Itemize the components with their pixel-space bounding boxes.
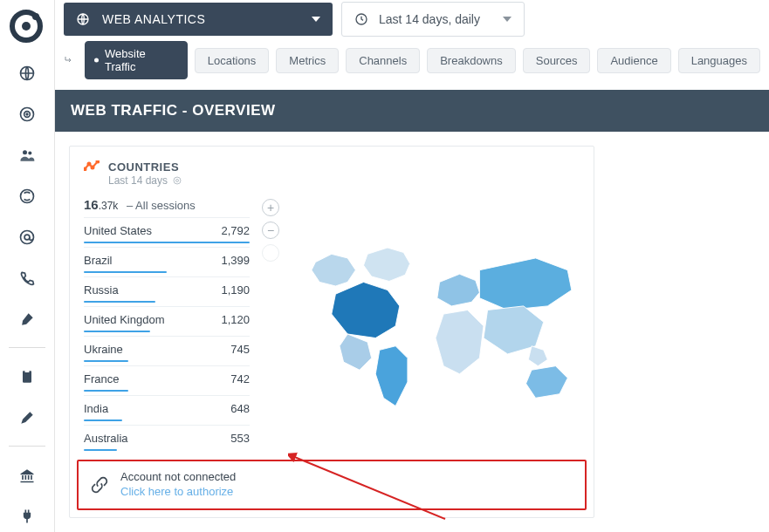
country-row[interactable]: Brazil1,399: [84, 247, 250, 269]
country-name: Brazil: [84, 254, 113, 267]
svg-point-20: [174, 177, 181, 184]
world-map: [292, 197, 580, 454]
total-value: 16.37k: [84, 197, 118, 212]
sidebar-item-bank[interactable]: [9, 459, 45, 491]
country-value: 648: [230, 402, 250, 415]
sidebar-item-people[interactable]: [9, 140, 45, 172]
trend-icon: [84, 160, 100, 171]
sidebar-item-phone[interactable]: [9, 263, 45, 295]
tab-sources[interactable]: Sources: [523, 48, 591, 73]
globe-icon: [76, 12, 90, 26]
collapse-button[interactable]: −: [262, 222, 279, 239]
svg-point-21: [176, 180, 179, 182]
sidebar-item-plug[interactable]: [9, 500, 45, 532]
countries-list: 16.37k – All sessions United States2,792…: [84, 197, 250, 454]
country-bar: [84, 242, 250, 243]
country-row[interactable]: United States2,792: [84, 217, 250, 239]
target-icon: [173, 176, 182, 185]
clock-icon: [354, 12, 368, 26]
svg-point-1: [22, 22, 31, 31]
country-name: Russia: [84, 283, 119, 297]
country-name: Australia: [84, 432, 128, 445]
section-selector[interactable]: WEB ANALYTICS: [64, 3, 333, 36]
svg-point-2: [32, 13, 39, 20]
svg-point-18: [92, 167, 94, 169]
country-name: France: [84, 372, 119, 385]
sidebar-divider: [9, 347, 45, 348]
svg-point-10: [21, 231, 34, 244]
card-subtitle: Last 14 days: [108, 174, 168, 187]
svg-point-7: [23, 150, 27, 154]
svg-rect-13: [25, 370, 30, 372]
subnav-indent-icon: [64, 54, 74, 66]
link-icon: [91, 476, 108, 494]
country-bar: [84, 301, 155, 303]
country-name: United Kingdom: [84, 313, 165, 326]
authorize-link[interactable]: Click here to authorize: [120, 485, 236, 500]
tab-audience[interactable]: Audience: [597, 48, 670, 73]
sidebar-item-radar[interactable]: [9, 99, 45, 131]
total-label: – All sessions: [123, 199, 195, 212]
countries-card: COUNTRIES Last 14 days 16.37k – All sess…: [69, 146, 594, 518]
country-value: 745: [230, 343, 250, 356]
tab-website-traffic[interactable]: Website Traffic: [85, 41, 188, 79]
country-row[interactable]: Ukraine745: [84, 336, 250, 358]
country-name: United States: [84, 224, 152, 237]
chevron-down-icon: [312, 17, 320, 22]
sidebar-item-globe[interactable]: [9, 58, 45, 90]
country-value: 1,190: [221, 283, 250, 297]
list-controls: + −: [262, 199, 279, 454]
svg-point-19: [97, 160, 100, 163]
sidebar-item-clipboard[interactable]: [9, 360, 45, 392]
chevron-down-icon: [503, 17, 512, 22]
app-logo: [9, 9, 44, 44]
sidebar-item-at[interactable]: [9, 222, 45, 254]
country-bar: [84, 419, 122, 421]
tab-breakdowns[interactable]: Breakdowns: [427, 48, 516, 73]
sidebar-item-brush[interactable]: [9, 304, 45, 336]
country-row[interactable]: India648: [84, 395, 250, 417]
country-bar: [84, 390, 128, 392]
country-value: 742: [230, 372, 250, 385]
svg-point-6: [26, 114, 28, 116]
country-value: 553: [230, 432, 250, 445]
more-button[interactable]: [262, 244, 279, 262]
svg-rect-12: [23, 371, 31, 382]
page-title: WEB TRAFFIC - OVERVIEW: [55, 90, 769, 132]
account-not-connected-banner: Account not connected Click here to auth…: [77, 460, 587, 510]
tab-channels[interactable]: Channels: [346, 48, 420, 73]
country-row[interactable]: France742: [84, 365, 250, 387]
date-range-selector[interactable]: Last 14 days, daily: [341, 2, 525, 37]
svg-point-11: [24, 235, 30, 240]
country-bar: [84, 449, 117, 451]
tab-languages[interactable]: Languages: [678, 48, 760, 73]
country-row[interactable]: Russia1,190: [84, 276, 250, 298]
country-value: 2,792: [221, 224, 250, 237]
sidebar-item-pen[interactable]: [9, 401, 45, 433]
tab-metrics[interactable]: Metrics: [276, 48, 339, 73]
expand-button[interactable]: +: [262, 199, 279, 216]
section-selector-label: WEB ANALYTICS: [102, 12, 205, 26]
country-row[interactable]: Australia553: [84, 425, 250, 447]
date-range-label: Last 14 days, daily: [379, 12, 480, 26]
sidebar: [0, 0, 55, 532]
sidebar-divider: [9, 446, 45, 447]
topbar: WEB ANALYTICS Last 14 days, daily: [55, 0, 769, 38]
svg-point-16: [84, 168, 86, 171]
country-name: India: [84, 402, 108, 415]
notice-title: Account not connected: [120, 470, 236, 485]
sidebar-item-globe-refresh[interactable]: [9, 181, 45, 213]
tab-locations[interactable]: Locations: [195, 48, 270, 73]
card-title: COUNTRIES: [108, 160, 182, 174]
country-value: 1,120: [221, 313, 250, 326]
country-bar: [84, 271, 167, 273]
country-bar: [84, 331, 150, 332]
svg-point-17: [88, 163, 91, 166]
country-bar: [84, 360, 128, 362]
country-row[interactable]: United Kingdom1,120: [84, 306, 250, 328]
svg-point-8: [28, 152, 31, 155]
country-name: Ukraine: [84, 343, 123, 356]
country-value: 1,399: [221, 254, 250, 267]
tabs-bar: Website TrafficLocationsMetricsChannelsB…: [55, 38, 769, 90]
